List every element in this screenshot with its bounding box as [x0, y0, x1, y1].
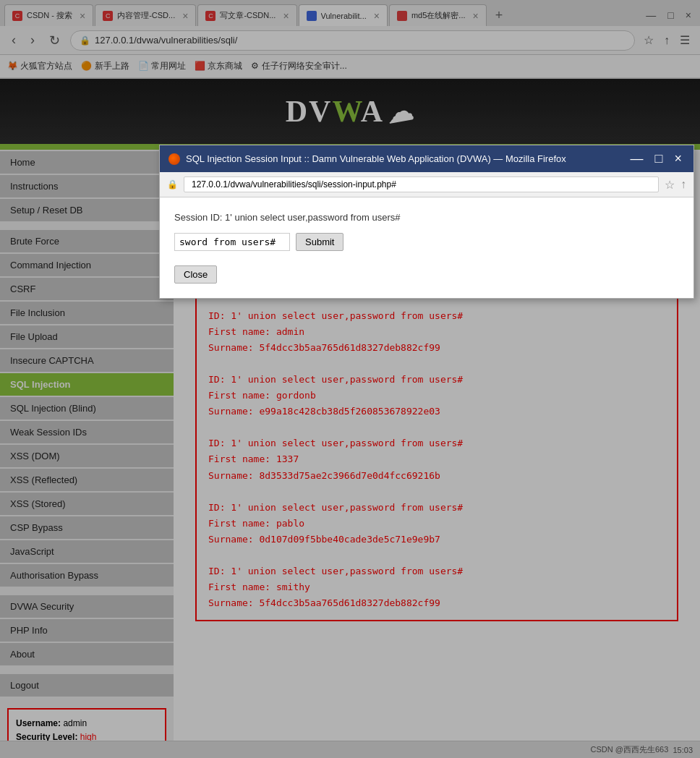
popup-window: SQL Injection Session Input :: Damn Vuln…	[159, 145, 694, 299]
popup-close-button[interactable]: Close	[174, 265, 217, 284]
popup-extra-button[interactable]: ↑	[680, 178, 686, 191]
popup-minimize-button[interactable]: —	[628, 151, 646, 166]
popup-restore-button[interactable]: □	[652, 151, 666, 166]
popup-session-label: Session ID: 1' union select user,passwor…	[174, 212, 679, 223]
popup-overlay	[0, 0, 700, 758]
popup-window-close-button[interactable]: ×	[671, 151, 685, 166]
popup-fav-button[interactable]: ☆	[665, 178, 675, 192]
popup-titlebar: SQL Injection Session Input :: Damn Vuln…	[160, 145, 693, 172]
popup-address-text: 127.0.0.1/dvwa/vulnerabilities/sqli/sess…	[192, 179, 396, 190]
popup-submit-button[interactable]: Submit	[296, 233, 343, 251]
popup-lock-icon: 🔒	[167, 179, 178, 190]
popup-window-controls: — □ ×	[628, 151, 685, 166]
popup-close-row: Close	[174, 265, 679, 284]
popup-input-field[interactable]	[174, 233, 290, 251]
popup-address-bar[interactable]: 127.0.0.1/dvwa/vulnerabilities/sqli/sess…	[184, 176, 659, 192]
popup-nav-bar: 🔒 127.0.0.1/dvwa/vulnerabilities/sqli/se…	[160, 172, 693, 197]
popup-titlebar-left: SQL Injection Session Input :: Damn Vuln…	[168, 153, 566, 165]
popup-body: Session ID: 1' union select user,passwor…	[160, 197, 693, 298]
popup-input-row: Submit	[174, 233, 679, 251]
popup-title-text: SQL Injection Session Input :: Damn Vuln…	[186, 153, 566, 164]
popup-firefox-icon	[168, 153, 180, 165]
